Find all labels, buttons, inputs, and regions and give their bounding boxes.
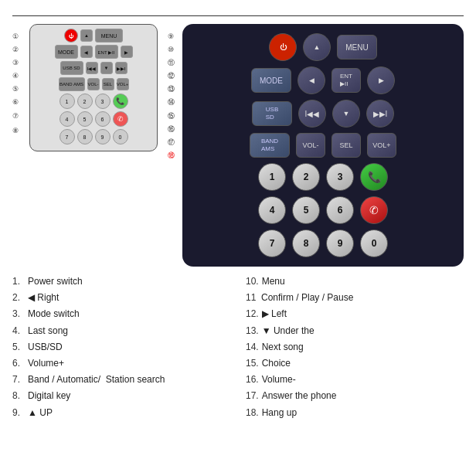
rr-9-btn[interactable]: 9	[326, 230, 354, 257]
rr-usb-btn[interactable]: USBSD	[252, 101, 292, 126]
rr-sel-btn[interactable]: SEL	[332, 133, 361, 158]
desc-text: USB/SD	[28, 340, 63, 355]
desc-text: ▼ Under the	[262, 324, 314, 338]
diag-0-btn[interactable]: 0	[113, 129, 128, 144]
desc-text: Power switch	[28, 274, 83, 289]
diag-ent-btn[interactable]: ENT ▶II	[95, 45, 118, 59]
diag-left-btn[interactable]: ◀	[80, 46, 93, 58]
desc-item: 3.Mode switch	[12, 307, 230, 321]
desc-number: 13.	[246, 324, 259, 338]
desc-text: ▲ UP	[28, 406, 53, 420]
top-section: ① ② ③ ④ ⑤ ⑥ ⑦ ⑧ ⏻ ▲ MENU	[12, 24, 464, 267]
rr-1-btn[interactable]: 1	[258, 163, 286, 191]
desc-number: 5.	[12, 340, 25, 355]
rr-4-btn[interactable]: 4	[258, 196, 286, 224]
diag-6-btn[interactable]: 6	[95, 111, 110, 127]
diag-volplus-btn[interactable]: VOL+	[117, 78, 129, 90]
rr-band-btn[interactable]: BANDAMS	[250, 133, 290, 158]
diag-mode-btn[interactable]: MODE	[55, 45, 78, 59]
rr-row-6: 4 5 6 ✆	[190, 196, 456, 224]
rr-8-btn[interactable]: 8	[292, 230, 320, 257]
rr-3-btn[interactable]: 3	[326, 163, 354, 191]
rr-0-btn[interactable]: 0	[360, 230, 388, 257]
desc-item: 18.Hang up	[246, 406, 464, 420]
desc-text: Last song	[28, 324, 68, 338]
rr-menu-btn[interactable]: MENU	[337, 35, 377, 60]
diagram-remote: ⏻ ▲ MENU MODE ◀ ENT ▶II ▶ USB SD I◀◀	[29, 24, 158, 151]
diag-1-btn[interactable]: 1	[60, 94, 75, 109]
desc-item: 1.Power switch	[12, 274, 230, 289]
desc-number: 10.	[246, 274, 259, 289]
desc-item: 16.Volume-	[246, 372, 464, 387]
diag-menu-btn[interactable]: MENU	[95, 29, 123, 42]
rr-2-btn[interactable]: 2	[292, 163, 320, 191]
diag-usb-btn[interactable]: USB SD	[60, 61, 83, 75]
desc-number: 12.	[246, 307, 259, 321]
diag-sel-btn[interactable]: SEL	[102, 78, 114, 90]
desc-text: Volume-	[262, 372, 296, 387]
rr-down-btn[interactable]: ▼	[332, 100, 360, 128]
diag-8-btn[interactable]: 8	[77, 129, 93, 144]
desc-number: 4.	[12, 324, 25, 338]
diag-right-btn[interactable]: ▶	[121, 46, 133, 58]
diag-2-btn[interactable]: 2	[77, 94, 93, 109]
rr-next-btn[interactable]: ▶▶I	[366, 100, 394, 128]
desc-number: 11	[246, 291, 258, 305]
diag-hangup-btn[interactable]: ✆	[113, 111, 128, 127]
desc-item: 6.Volume+	[12, 356, 230, 371]
desc-item: 12.▶ Left	[246, 307, 464, 321]
rr-left-btn[interactable]: ◀	[298, 66, 325, 94]
rr-volplus-btn[interactable]: VOL+	[367, 133, 396, 158]
rr-mode-btn[interactable]: MODE	[251, 68, 291, 93]
desc-text: Band / Automatic/ Station search	[28, 372, 165, 387]
desc-item: 15.Choice	[246, 356, 464, 371]
desc-text: Hang up	[262, 406, 297, 420]
desc-number: 7.	[12, 372, 25, 387]
diag-9-btn[interactable]: 9	[95, 129, 110, 144]
desc-number: 9.	[12, 406, 25, 420]
rr-5-btn[interactable]: 5	[292, 196, 320, 224]
diagram-section: ① ② ③ ④ ⑤ ⑥ ⑦ ⑧ ⏻ ▲ MENU	[12, 24, 175, 267]
desc-item: 9.▲ UP	[12, 406, 230, 420]
description-list: 1.Power switch10.Menu2.◀ Right11Confirm …	[12, 274, 464, 420]
rr-7-btn[interactable]: 7	[258, 230, 286, 257]
diag-power-btn[interactable]: ⏻	[64, 29, 78, 42]
desc-text: Next song	[262, 340, 304, 355]
diag-row-7: 7 8 9 0	[33, 129, 154, 144]
rr-power-btn[interactable]: ⏻	[269, 33, 297, 61]
rr-hangup-btn[interactable]: ✆	[360, 196, 388, 224]
diag-answer-btn[interactable]: 📞	[113, 94, 128, 109]
desc-number: 8.	[12, 389, 25, 403]
desc-item: 8.Digital key	[12, 389, 230, 403]
desc-text: Volume+	[28, 356, 64, 371]
desc-text: Confirm / Play / Pause	[261, 291, 353, 305]
diag-volminus-btn[interactable]: VOL-	[87, 78, 100, 90]
rr-rightarrow-btn[interactable]: ▶	[367, 66, 395, 94]
diag-prev-btn[interactable]: I◀◀	[86, 62, 98, 74]
diag-4-btn[interactable]: 4	[60, 111, 75, 127]
main-container: ① ② ③ ④ ⑤ ⑥ ⑦ ⑧ ⏻ ▲ MENU	[0, 0, 476, 476]
diag-band-btn[interactable]: BAND AMS	[59, 77, 85, 91]
diag-row-6: 4 5 6 ✆	[33, 111, 154, 127]
diag-7-btn[interactable]: 7	[60, 129, 75, 144]
rr-up-btn[interactable]: ▲	[303, 33, 331, 61]
diag-3-btn[interactable]: 3	[95, 94, 110, 109]
diag-up-btn[interactable]: ▲	[80, 29, 93, 42]
rr-volminus-btn[interactable]: VOL-	[296, 133, 325, 158]
desc-number: 3.	[12, 307, 25, 321]
desc-item: 4.Last song	[12, 324, 230, 338]
rr-ent-btn[interactable]: ENT▶II	[332, 68, 361, 93]
diag-row-2: MODE ◀ ENT ▶II ▶	[33, 45, 154, 59]
rr-6-btn[interactable]: 6	[326, 196, 354, 224]
desc-text: Mode switch	[28, 307, 80, 321]
rr-row-4: BANDAMS VOL- SEL VOL+	[190, 133, 456, 158]
rr-row-2: MODE ◀ ENT▶II ▶	[190, 66, 456, 94]
rr-answer-btn[interactable]: 📞	[360, 163, 388, 191]
diag-row-4: BAND AMS VOL- SEL VOL+	[33, 77, 154, 91]
desc-number: 17.	[246, 389, 259, 403]
diag-next-btn[interactable]: ▶▶I	[115, 62, 128, 74]
diag-5-btn[interactable]: 5	[77, 111, 93, 127]
diag-down-btn[interactable]: ▼	[100, 62, 113, 74]
rr-prev-btn[interactable]: I◀◀	[298, 100, 326, 128]
desc-number: 1.	[12, 274, 25, 289]
